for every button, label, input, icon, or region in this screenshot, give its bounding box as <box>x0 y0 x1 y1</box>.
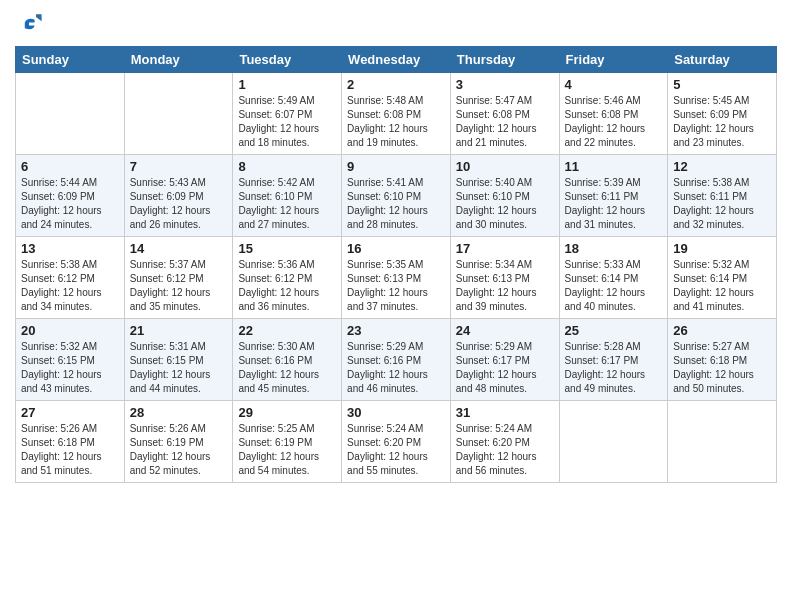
day-number: 6 <box>21 159 119 174</box>
day-number: 25 <box>565 323 663 338</box>
day-number: 9 <box>347 159 445 174</box>
calendar-cell: 15Sunrise: 5:36 AMSunset: 6:12 PMDayligh… <box>233 237 342 319</box>
day-number: 21 <box>130 323 228 338</box>
calendar-cell: 31Sunrise: 5:24 AMSunset: 6:20 PMDayligh… <box>450 401 559 483</box>
calendar-day-header: Monday <box>124 47 233 73</box>
day-number: 28 <box>130 405 228 420</box>
calendar: SundayMondayTuesdayWednesdayThursdayFrid… <box>15 46 777 483</box>
calendar-cell: 12Sunrise: 5:38 AMSunset: 6:11 PMDayligh… <box>668 155 777 237</box>
calendar-cell: 1Sunrise: 5:49 AMSunset: 6:07 PMDaylight… <box>233 73 342 155</box>
cell-text: Sunrise: 5:24 AMSunset: 6:20 PMDaylight:… <box>347 423 428 476</box>
calendar-day-header: Saturday <box>668 47 777 73</box>
calendar-day-header: Sunday <box>16 47 125 73</box>
day-number: 10 <box>456 159 554 174</box>
day-number: 3 <box>456 77 554 92</box>
calendar-cell: 22Sunrise: 5:30 AMSunset: 6:16 PMDayligh… <box>233 319 342 401</box>
cell-text: Sunrise: 5:35 AMSunset: 6:13 PMDaylight:… <box>347 259 428 312</box>
cell-text: Sunrise: 5:44 AMSunset: 6:09 PMDaylight:… <box>21 177 102 230</box>
day-number: 19 <box>673 241 771 256</box>
calendar-cell: 2Sunrise: 5:48 AMSunset: 6:08 PMDaylight… <box>342 73 451 155</box>
calendar-week-row: 27Sunrise: 5:26 AMSunset: 6:18 PMDayligh… <box>16 401 777 483</box>
logo-icon <box>15 10 43 38</box>
calendar-cell: 11Sunrise: 5:39 AMSunset: 6:11 PMDayligh… <box>559 155 668 237</box>
cell-text: Sunrise: 5:33 AMSunset: 6:14 PMDaylight:… <box>565 259 646 312</box>
cell-text: Sunrise: 5:47 AMSunset: 6:08 PMDaylight:… <box>456 95 537 148</box>
cell-text: Sunrise: 5:42 AMSunset: 6:10 PMDaylight:… <box>238 177 319 230</box>
day-number: 1 <box>238 77 336 92</box>
calendar-cell: 23Sunrise: 5:29 AMSunset: 6:16 PMDayligh… <box>342 319 451 401</box>
calendar-header-row: SundayMondayTuesdayWednesdayThursdayFrid… <box>16 47 777 73</box>
day-number: 18 <box>565 241 663 256</box>
calendar-cell: 24Sunrise: 5:29 AMSunset: 6:17 PMDayligh… <box>450 319 559 401</box>
header <box>15 10 777 38</box>
calendar-cell: 17Sunrise: 5:34 AMSunset: 6:13 PMDayligh… <box>450 237 559 319</box>
day-number: 20 <box>21 323 119 338</box>
calendar-cell <box>16 73 125 155</box>
cell-text: Sunrise: 5:39 AMSunset: 6:11 PMDaylight:… <box>565 177 646 230</box>
calendar-day-header: Wednesday <box>342 47 451 73</box>
calendar-day-header: Tuesday <box>233 47 342 73</box>
cell-text: Sunrise: 5:38 AMSunset: 6:12 PMDaylight:… <box>21 259 102 312</box>
calendar-cell: 10Sunrise: 5:40 AMSunset: 6:10 PMDayligh… <box>450 155 559 237</box>
calendar-week-row: 6Sunrise: 5:44 AMSunset: 6:09 PMDaylight… <box>16 155 777 237</box>
day-number: 31 <box>456 405 554 420</box>
cell-text: Sunrise: 5:40 AMSunset: 6:10 PMDaylight:… <box>456 177 537 230</box>
cell-text: Sunrise: 5:41 AMSunset: 6:10 PMDaylight:… <box>347 177 428 230</box>
cell-text: Sunrise: 5:28 AMSunset: 6:17 PMDaylight:… <box>565 341 646 394</box>
cell-text: Sunrise: 5:34 AMSunset: 6:13 PMDaylight:… <box>456 259 537 312</box>
logo <box>15 10 47 38</box>
calendar-cell: 25Sunrise: 5:28 AMSunset: 6:17 PMDayligh… <box>559 319 668 401</box>
calendar-cell: 28Sunrise: 5:26 AMSunset: 6:19 PMDayligh… <box>124 401 233 483</box>
cell-text: Sunrise: 5:29 AMSunset: 6:17 PMDaylight:… <box>456 341 537 394</box>
calendar-cell: 26Sunrise: 5:27 AMSunset: 6:18 PMDayligh… <box>668 319 777 401</box>
day-number: 17 <box>456 241 554 256</box>
calendar-cell: 8Sunrise: 5:42 AMSunset: 6:10 PMDaylight… <box>233 155 342 237</box>
cell-text: Sunrise: 5:29 AMSunset: 6:16 PMDaylight:… <box>347 341 428 394</box>
day-number: 2 <box>347 77 445 92</box>
day-number: 16 <box>347 241 445 256</box>
calendar-cell: 4Sunrise: 5:46 AMSunset: 6:08 PMDaylight… <box>559 73 668 155</box>
day-number: 27 <box>21 405 119 420</box>
day-number: 12 <box>673 159 771 174</box>
calendar-cell: 9Sunrise: 5:41 AMSunset: 6:10 PMDaylight… <box>342 155 451 237</box>
calendar-cell <box>124 73 233 155</box>
calendar-cell <box>559 401 668 483</box>
day-number: 30 <box>347 405 445 420</box>
calendar-cell: 19Sunrise: 5:32 AMSunset: 6:14 PMDayligh… <box>668 237 777 319</box>
cell-text: Sunrise: 5:45 AMSunset: 6:09 PMDaylight:… <box>673 95 754 148</box>
cell-text: Sunrise: 5:30 AMSunset: 6:16 PMDaylight:… <box>238 341 319 394</box>
calendar-cell: 27Sunrise: 5:26 AMSunset: 6:18 PMDayligh… <box>16 401 125 483</box>
cell-text: Sunrise: 5:38 AMSunset: 6:11 PMDaylight:… <box>673 177 754 230</box>
day-number: 7 <box>130 159 228 174</box>
calendar-cell: 13Sunrise: 5:38 AMSunset: 6:12 PMDayligh… <box>16 237 125 319</box>
calendar-cell: 16Sunrise: 5:35 AMSunset: 6:13 PMDayligh… <box>342 237 451 319</box>
calendar-cell: 6Sunrise: 5:44 AMSunset: 6:09 PMDaylight… <box>16 155 125 237</box>
cell-text: Sunrise: 5:43 AMSunset: 6:09 PMDaylight:… <box>130 177 211 230</box>
day-number: 29 <box>238 405 336 420</box>
calendar-week-row: 13Sunrise: 5:38 AMSunset: 6:12 PMDayligh… <box>16 237 777 319</box>
cell-text: Sunrise: 5:32 AMSunset: 6:15 PMDaylight:… <box>21 341 102 394</box>
calendar-cell: 3Sunrise: 5:47 AMSunset: 6:08 PMDaylight… <box>450 73 559 155</box>
day-number: 8 <box>238 159 336 174</box>
calendar-cell: 30Sunrise: 5:24 AMSunset: 6:20 PMDayligh… <box>342 401 451 483</box>
page: SundayMondayTuesdayWednesdayThursdayFrid… <box>0 0 792 612</box>
cell-text: Sunrise: 5:25 AMSunset: 6:19 PMDaylight:… <box>238 423 319 476</box>
day-number: 23 <box>347 323 445 338</box>
calendar-cell: 5Sunrise: 5:45 AMSunset: 6:09 PMDaylight… <box>668 73 777 155</box>
day-number: 13 <box>21 241 119 256</box>
cell-text: Sunrise: 5:27 AMSunset: 6:18 PMDaylight:… <box>673 341 754 394</box>
cell-text: Sunrise: 5:31 AMSunset: 6:15 PMDaylight:… <box>130 341 211 394</box>
calendar-cell: 18Sunrise: 5:33 AMSunset: 6:14 PMDayligh… <box>559 237 668 319</box>
cell-text: Sunrise: 5:26 AMSunset: 6:19 PMDaylight:… <box>130 423 211 476</box>
cell-text: Sunrise: 5:49 AMSunset: 6:07 PMDaylight:… <box>238 95 319 148</box>
calendar-cell: 29Sunrise: 5:25 AMSunset: 6:19 PMDayligh… <box>233 401 342 483</box>
calendar-day-header: Thursday <box>450 47 559 73</box>
day-number: 14 <box>130 241 228 256</box>
cell-text: Sunrise: 5:26 AMSunset: 6:18 PMDaylight:… <box>21 423 102 476</box>
calendar-cell: 14Sunrise: 5:37 AMSunset: 6:12 PMDayligh… <box>124 237 233 319</box>
calendar-week-row: 20Sunrise: 5:32 AMSunset: 6:15 PMDayligh… <box>16 319 777 401</box>
cell-text: Sunrise: 5:37 AMSunset: 6:12 PMDaylight:… <box>130 259 211 312</box>
calendar-day-header: Friday <box>559 47 668 73</box>
calendar-cell <box>668 401 777 483</box>
cell-text: Sunrise: 5:32 AMSunset: 6:14 PMDaylight:… <box>673 259 754 312</box>
